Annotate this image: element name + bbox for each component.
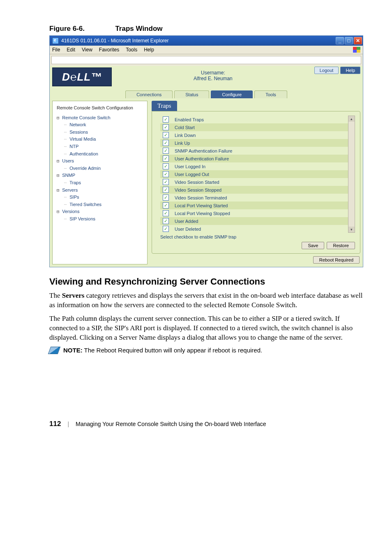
trap-label: SNMP Authentication Failure: [175, 148, 232, 153]
menu-edit[interactable]: Edit: [67, 47, 75, 53]
note-label: NOTE:: [63, 347, 83, 354]
trap-checkbox[interactable]: ✓: [163, 132, 169, 138]
chapter-title: Managing Your Remote Console Switch Usin…: [76, 421, 266, 427]
tree-node-network[interactable]: Network: [64, 121, 143, 129]
paragraph-1: The Servers category retrieves and displ…: [49, 291, 363, 310]
menu-file[interactable]: File: [52, 47, 60, 53]
windows-logo-icon: [353, 47, 360, 53]
traps-title: Traps: [152, 101, 177, 111]
trap-label: Local Port Viewing Stopped: [175, 211, 230, 216]
traps-scrollbar[interactable]: ▴ ▾: [348, 116, 355, 233]
tree-node-traps[interactable]: Traps: [64, 179, 143, 187]
trap-checkbox[interactable]: ✓: [163, 171, 169, 177]
help-button[interactable]: Help: [340, 67, 360, 74]
minimize-button[interactable]: _: [336, 37, 344, 44]
paragraph-2: The Path column displays the current ser…: [49, 314, 363, 343]
restore-button[interactable]: Restore: [327, 242, 355, 249]
logout-button[interactable]: Logout: [314, 67, 339, 74]
trap-checkbox[interactable]: ✓: [163, 140, 169, 146]
tab-connections[interactable]: Connections: [125, 90, 173, 98]
tree-node-ntp[interactable]: NTP: [64, 143, 143, 151]
maximize-button[interactable]: □: [345, 37, 353, 44]
username-label: Username:: [112, 70, 314, 76]
window-titlebar: 4161DS 01.01.06.01 - Microsoft Internet …: [50, 36, 363, 46]
trap-checkbox[interactable]: ✓: [163, 210, 169, 216]
trap-label: User Logged In: [175, 164, 205, 169]
traps-enable-all-checkbox[interactable]: ✓: [163, 116, 169, 123]
menu-view[interactable]: View: [82, 47, 92, 53]
figure-title: Traps Window: [115, 25, 162, 32]
tree-node-versions[interactable]: Versions: [57, 208, 143, 215]
tree-node-snmp[interactable]: SNMP: [57, 172, 143, 179]
tree-header: Remote Console Switch Configuration: [57, 104, 143, 112]
trap-label: Video Session Started: [175, 180, 219, 185]
tree-node-sips[interactable]: SIPs: [64, 194, 143, 201]
tree-node-users[interactable]: Users: [57, 158, 143, 165]
tree-node-sessions[interactable]: Sessions: [64, 129, 143, 136]
section-heading: Viewing and Resynchronizing Server Conne…: [49, 276, 363, 287]
trap-checkbox[interactable]: ✓: [163, 179, 169, 185]
scroll-up-icon[interactable]: ▴: [348, 116, 355, 122]
tree-node-tiered-switches[interactable]: Tiered Switches: [64, 201, 143, 208]
tab-tools[interactable]: Tools: [254, 90, 287, 98]
tab-configure[interactable]: Configure: [211, 90, 253, 98]
window-title: 4161DS 01.01.06.01 - Microsoft Internet …: [61, 38, 168, 44]
trap-label: User Logged Out: [175, 172, 209, 177]
save-button[interactable]: Save: [302, 242, 324, 249]
username-value: Alfred E. Neuman: [112, 76, 314, 81]
menu-help[interactable]: Help: [144, 47, 154, 53]
tree-node-authentication[interactable]: Authentication: [64, 151, 143, 158]
footer-divider: |: [67, 421, 69, 427]
trap-checkbox[interactable]: ✓: [163, 148, 169, 154]
address-bar[interactable]: [51, 56, 361, 64]
trap-label: Link Up: [175, 141, 190, 146]
menu-tools[interactable]: Tools: [126, 47, 137, 53]
p1a: The: [49, 292, 62, 299]
menu-favorites[interactable]: Favorites: [99, 47, 119, 53]
scroll-down-icon[interactable]: ▾: [348, 227, 355, 232]
tree-node-sip-versions[interactable]: SIP Versions: [64, 215, 143, 223]
note-text: The Reboot Required button will only app…: [83, 347, 262, 354]
tree-node-remote-console-switch[interactable]: Remote Console Switch: [57, 114, 143, 122]
trap-label: Local Port Viewing Started: [175, 203, 228, 208]
ie-icon: [52, 37, 59, 44]
trap-checkbox[interactable]: ✓: [163, 195, 169, 201]
trap-label: Cold Start: [175, 125, 195, 130]
tree-node-virtual-media[interactable]: Virtual Media: [64, 136, 143, 143]
trap-checkbox[interactable]: ✓: [163, 155, 169, 162]
trap-label: Video Session Stopped: [175, 188, 221, 192]
traps-col-header: Enabled Traps: [175, 117, 204, 122]
trap-checkbox[interactable]: ✓: [163, 187, 169, 193]
tree-node-override-admin[interactable]: Override Admin: [64, 165, 143, 172]
p1c: category retrieves and displays the serv…: [49, 292, 362, 309]
traps-hint-text: Select checkbox to enable SNMP trap: [160, 234, 355, 239]
close-button[interactable]: ✕: [354, 37, 362, 44]
ie-menubar: File Edit View Favorites Tools Help: [50, 46, 363, 54]
nav-tree-panel: Remote Console Switch Configuration Remo…: [52, 101, 148, 264]
tab-status[interactable]: Status: [174, 90, 209, 98]
page-number: 112: [49, 420, 61, 428]
trap-label: Link Down: [175, 133, 196, 138]
trap-label: Video Session Terminated: [175, 195, 227, 200]
trap-checkbox[interactable]: ✓: [163, 226, 169, 232]
trap-label: User Added: [175, 219, 198, 224]
p1b-servers: Servers: [62, 292, 85, 299]
trap-checkbox[interactable]: ✓: [163, 218, 169, 224]
figure-label: Figure 6-6.: [49, 25, 85, 32]
tree-node-servers[interactable]: Servers: [57, 187, 143, 194]
ie-window: 4161DS 01.01.06.01 - Microsoft Internet …: [49, 35, 363, 267]
trap-label: User Authentication Failure: [175, 156, 229, 161]
dell-logo: D℮LL™: [52, 67, 112, 86]
trap-checkbox[interactable]: ✓: [163, 202, 169, 208]
note-icon: [48, 347, 61, 354]
trap-checkbox[interactable]: ✓: [163, 124, 169, 130]
reboot-required-button[interactable]: Reboot Required: [313, 256, 360, 264]
trap-checkbox[interactable]: ✓: [163, 163, 169, 169]
trap-label: User Deleted: [175, 227, 201, 232]
